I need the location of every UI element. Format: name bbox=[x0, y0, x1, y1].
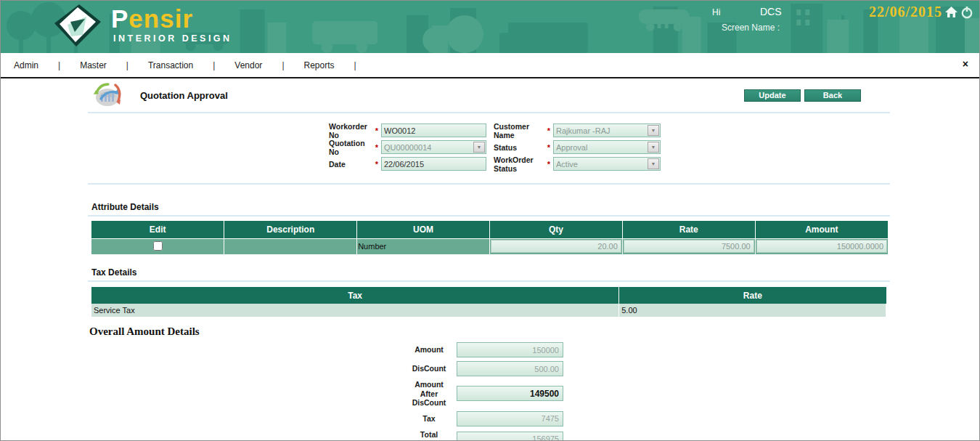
logo-text: Pensir INTERIOR DESIGN bbox=[111, 3, 232, 44]
menu-item-reports[interactable]: Reports| bbox=[304, 60, 376, 70]
quotation-approval-icon bbox=[94, 81, 123, 109]
rate-input[interactable] bbox=[624, 240, 754, 253]
date-input[interactable] bbox=[381, 157, 486, 171]
tax-details-divider bbox=[88, 280, 890, 282]
description-cell bbox=[224, 238, 357, 254]
overall-amount-title: Overall Amount Details bbox=[89, 325, 979, 338]
amount-label: Amount bbox=[406, 345, 452, 355]
attribute-header-row: Edit Description UOM Qty Rate Amount bbox=[91, 221, 888, 238]
title-row: Quotation Approval Update Back bbox=[1, 78, 979, 112]
header-banner: Pensir INTERIOR DESIGN Hi DCS Screen Nam… bbox=[1, 1, 979, 53]
page-title: Quotation Approval bbox=[140, 90, 228, 101]
menu-item-master[interactable]: Master| bbox=[80, 60, 148, 70]
banner-right-group: 22/06/2015 bbox=[869, 4, 973, 20]
tax-details-title: Tax Details bbox=[91, 267, 979, 278]
total-amount-input[interactable] bbox=[457, 432, 563, 441]
col-rate: Rate bbox=[622, 221, 755, 238]
chevron-down-icon[interactable]: ▼ bbox=[648, 158, 659, 169]
form-divider bbox=[88, 183, 890, 185]
required-mark: * bbox=[372, 160, 381, 169]
menu-item-admin[interactable]: Admin| bbox=[14, 60, 80, 70]
discount-input[interactable] bbox=[457, 361, 563, 376]
amount-input[interactable] bbox=[756, 240, 887, 253]
col-qty: Qty bbox=[489, 221, 622, 238]
discount-label: DisCount bbox=[406, 364, 452, 373]
status-label: Status bbox=[494, 143, 544, 152]
col-tax: Tax bbox=[91, 287, 619, 304]
brand-subtitle: INTERIOR DESIGN bbox=[113, 33, 232, 44]
required-mark: * bbox=[372, 126, 381, 135]
attribute-details-table: Edit Description UOM Qty Rate Amount Num… bbox=[91, 221, 888, 254]
tax-details-table: Tax Rate Service Tax 5.00 bbox=[91, 287, 886, 317]
required-mark: * bbox=[544, 143, 553, 152]
menu-separator: | bbox=[126, 60, 128, 70]
amount-total-input[interactable] bbox=[457, 342, 563, 357]
amount-after-discount-label: Amount After DisCount bbox=[406, 380, 452, 408]
main-menu-bar: Admin| Master| Transaction| Vendor| Repo… bbox=[1, 53, 979, 78]
title-divider bbox=[88, 112, 890, 113]
menu-item-vendor[interactable]: Vendor| bbox=[234, 60, 303, 70]
menu-separator: | bbox=[282, 60, 284, 70]
required-mark: * bbox=[372, 143, 381, 152]
menu-separator: | bbox=[354, 60, 356, 70]
attribute-details-divider bbox=[88, 215, 890, 217]
username-label: DCS bbox=[760, 6, 782, 17]
col-uom: UOM bbox=[357, 221, 490, 238]
tax-amount-label: Tax bbox=[406, 414, 452, 424]
update-button[interactable]: Update bbox=[744, 89, 801, 102]
quotation-form: Workorder No * Customer Name * Rajkumar … bbox=[329, 122, 979, 172]
chevron-down-icon[interactable]: ▼ bbox=[648, 125, 659, 136]
close-icon[interactable]: × bbox=[963, 59, 968, 69]
status-select[interactable]: Approval ▼ bbox=[553, 140, 661, 154]
power-icon[interactable] bbox=[960, 6, 973, 19]
current-date: 22/06/2015 bbox=[869, 4, 942, 20]
attribute-data-row: Number bbox=[91, 238, 888, 254]
tax-data-row: Service Tax 5.00 bbox=[91, 304, 886, 317]
workorder-status-label: WorkOrder Status bbox=[494, 155, 544, 173]
screen-name-label: Screen Name : bbox=[722, 23, 780, 33]
app-logo[interactable]: Pensir INTERIOR DESIGN bbox=[53, 3, 232, 48]
menu-item-transaction[interactable]: Transaction| bbox=[148, 60, 234, 70]
app-window: Pensir INTERIOR DESIGN Hi DCS Screen Nam… bbox=[0, 0, 980, 441]
home-icon[interactable] bbox=[944, 6, 958, 18]
col-edit: Edit bbox=[91, 221, 224, 238]
quotation-no-label: Quotation No bbox=[329, 139, 372, 156]
tax-amount-input[interactable] bbox=[457, 411, 563, 426]
chevron-down-icon[interactable]: ▼ bbox=[473, 142, 485, 153]
customer-name-select[interactable]: Rajkumar -RAJ ▼ bbox=[553, 124, 661, 137]
workorder-no-input[interactable] bbox=[381, 124, 486, 137]
amount-after-discount-input[interactable] bbox=[457, 386, 563, 401]
menu-separator: | bbox=[213, 60, 215, 70]
brand-name: Pensir bbox=[111, 6, 232, 31]
back-button[interactable]: Back bbox=[804, 89, 861, 102]
workorder-status-select[interactable]: Active ▼ bbox=[553, 157, 661, 171]
attribute-details-title: Attribute Details bbox=[91, 202, 979, 212]
toolbar-buttons: Update Back bbox=[744, 89, 861, 102]
col-tax-rate: Rate bbox=[619, 287, 886, 304]
chevron-down-icon[interactable]: ▼ bbox=[648, 142, 659, 153]
edit-checkbox[interactable] bbox=[153, 241, 163, 251]
customer-name-label: Customer Name bbox=[494, 122, 544, 139]
menu-separator: | bbox=[58, 60, 60, 70]
tax-name-cell: Service Tax bbox=[91, 304, 619, 317]
uom-cell: Number bbox=[357, 238, 490, 254]
required-mark: * bbox=[544, 126, 553, 135]
date-label: Date bbox=[329, 160, 372, 169]
workorder-no-label: Workorder No bbox=[329, 122, 372, 139]
col-description: Description bbox=[224, 221, 357, 238]
quotation-no-select[interactable]: QU00000014 ▼ bbox=[381, 140, 486, 154]
tax-rate-cell: 5.00 bbox=[619, 304, 886, 317]
greeting-label: Hi bbox=[712, 7, 720, 17]
col-amount: Amount bbox=[755, 221, 888, 238]
logo-mark-icon bbox=[53, 3, 101, 48]
overall-amount-form: Amount DisCount Amount After DisCount Ta… bbox=[364, 342, 574, 441]
qty-input[interactable] bbox=[491, 240, 621, 253]
required-mark: * bbox=[544, 160, 553, 169]
total-amount-label: Total Amount bbox=[406, 430, 452, 441]
content-area: Quotation Approval Update Back Workorder… bbox=[1, 78, 979, 441]
tax-header-row: Tax Rate bbox=[91, 287, 886, 304]
